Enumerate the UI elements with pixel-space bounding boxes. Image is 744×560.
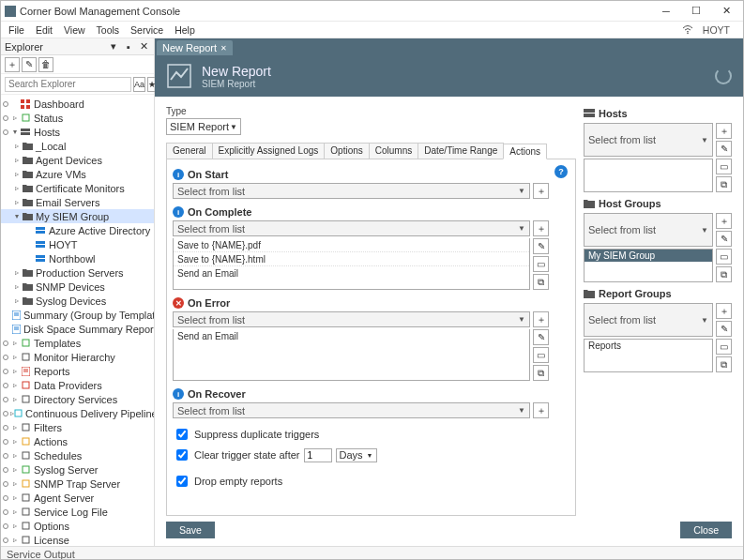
tree-toggle-icon[interactable]: ▹: [10, 381, 20, 389]
clear-value-input[interactable]: [304, 448, 332, 462]
content-tab-close-icon[interactable]: ✕: [220, 44, 227, 53]
tree-toggle-icon[interactable]: ▹: [12, 142, 22, 150]
tree-toggle-icon[interactable]: ▹: [12, 156, 22, 164]
host-groups-add-button[interactable]: ＋: [716, 213, 732, 229]
on-complete-copy-button[interactable]: ⧉: [533, 274, 549, 290]
menu-service[interactable]: Service: [125, 23, 169, 38]
tree-toggle-icon[interactable]: ▹: [10, 493, 20, 502]
menu-file[interactable]: File: [3, 23, 30, 38]
on-recover-select[interactable]: Select from list▼: [173, 402, 530, 418]
add-button[interactable]: ＋: [5, 57, 20, 72]
hosts-add-button[interactable]: ＋: [716, 123, 732, 139]
hosts-edit-button[interactable]: ✎: [716, 141, 732, 157]
on-error-add-button[interactable]: ＋: [533, 311, 549, 327]
search-input[interactable]: [5, 77, 131, 92]
tree-item[interactable]: ▹Status: [1, 111, 154, 125]
on-error-copy-button[interactable]: ⧉: [533, 365, 549, 381]
tree-toggle-icon[interactable]: ▹: [12, 282, 22, 291]
tree-item[interactable]: Northbowl: [1, 251, 154, 265]
drop-checkbox[interactable]: [176, 476, 188, 487]
tree-toggle-icon[interactable]: ▹: [10, 451, 20, 460]
on-complete-add-button[interactable]: ＋: [533, 220, 549, 236]
hosts-select[interactable]: Select from list▼: [584, 123, 713, 157]
hosts-copy-button[interactable]: ⧉: [716, 176, 732, 192]
tree-item[interactable]: ▹Email Servers: [1, 195, 154, 209]
tree-toggle-icon[interactable]: ▹: [12, 170, 22, 178]
on-start-add-button[interactable]: ＋: [533, 183, 549, 199]
tree-item[interactable]: ▹Data Providers: [1, 378, 154, 392]
host-groups-edit-button[interactable]: ✎: [716, 231, 732, 247]
tree-item[interactable]: ▹Reports: [1, 364, 154, 378]
tree-toggle-icon[interactable]: ▹: [10, 437, 20, 446]
tree-item[interactable]: ▹Filters: [1, 420, 154, 434]
hosts-remove-button[interactable]: ▭: [716, 159, 732, 174]
minimize-button[interactable]: ─: [653, 3, 679, 20]
tree-toggle-icon[interactable]: ▾: [10, 128, 20, 136]
tree-item[interactable]: Disk Space Summary Report: [1, 322, 154, 336]
on-error-remove-button[interactable]: ▭: [533, 347, 549, 363]
type-dropdown[interactable]: SIEM Report ▼: [166, 118, 241, 135]
suppress-checkbox[interactable]: [176, 429, 188, 440]
on-recover-add-button[interactable]: ＋: [533, 402, 549, 418]
clear-unit-dropdown[interactable]: Days▼: [336, 448, 377, 462]
report-groups-edit-button[interactable]: ✎: [716, 321, 732, 337]
tree-toggle-icon[interactable]: ▾: [12, 212, 22, 220]
on-start-select[interactable]: Select from list▼: [173, 183, 530, 199]
delete-button[interactable]: 🗑: [38, 57, 53, 72]
tree-toggle-icon[interactable]: ▹: [10, 536, 20, 544]
on-complete-select[interactable]: Select from list▼: [173, 220, 530, 236]
save-button[interactable]: Save: [166, 522, 215, 538]
host-groups-item[interactable]: My SIEM Group: [585, 250, 712, 262]
tree-item[interactable]: ▹Syslog Devices: [1, 294, 154, 308]
close-window-button[interactable]: ✕: [713, 3, 739, 20]
report-groups-add-button[interactable]: ＋: [716, 303, 732, 319]
tree-item[interactable]: ▹SNMP Trap Server: [1, 477, 154, 491]
subtab-date-time-range[interactable]: Date/Time Range: [418, 143, 504, 159]
tree-item[interactable]: Summary (Group by Template): [1, 308, 154, 322]
search-case-button[interactable]: Aa: [133, 77, 145, 92]
tree-toggle-icon[interactable]: ▹: [10, 522, 20, 530]
tree-toggle-icon[interactable]: ▹: [12, 296, 22, 305]
subtab-general[interactable]: General: [166, 143, 213, 159]
content-tab-new-report[interactable]: New Report ✕: [157, 40, 233, 55]
on-complete-edit-button[interactable]: ✎: [533, 238, 549, 254]
tree-item[interactable]: Azure Active Directory: [1, 223, 154, 237]
tree-toggle-icon[interactable]: ▹: [10, 395, 20, 403]
edit-button[interactable]: ✎: [22, 57, 37, 72]
sidebar-close-icon[interactable]: ▪: [122, 40, 135, 53]
tree-item[interactable]: ▹Schedules: [1, 448, 154, 462]
tree-item[interactable]: ▹Certificate Monitors: [1, 181, 154, 195]
maximize-button[interactable]: ☐: [683, 3, 709, 20]
tree-item[interactable]: ▹Templates: [1, 336, 154, 350]
report-groups-item[interactable]: Reports: [585, 340, 712, 352]
tree-toggle-icon[interactable]: ▹: [10, 114, 20, 122]
report-groups-select[interactable]: Select from list▼: [584, 303, 713, 337]
subtab-actions[interactable]: Actions: [503, 144, 547, 159]
tree-toggle-icon[interactable]: ▹: [12, 268, 22, 277]
tree-item[interactable]: ▹Production Servers: [1, 265, 154, 280]
list-item[interactable]: Save to {NAME}.pdf: [174, 238, 529, 252]
sidebar-x-icon[interactable]: ✕: [137, 40, 150, 53]
tree-item[interactable]: ▹Agent Devices: [1, 153, 154, 167]
on-error-edit-button[interactable]: ✎: [533, 329, 549, 345]
on-complete-remove-button[interactable]: ▭: [533, 256, 549, 272]
tree-item[interactable]: ▹Continuous Delivery Pipelines: [1, 406, 154, 420]
tree-item[interactable]: ▹License: [1, 533, 154, 546]
tree-item[interactable]: ▹Monitor Hierarchy: [1, 350, 154, 364]
host-groups-select[interactable]: Select from list▼: [584, 213, 713, 247]
subtab-columns[interactable]: Columns: [369, 143, 418, 159]
tree-item[interactable]: ▹Options: [1, 519, 154, 533]
tree-toggle-icon[interactable]: ▹: [10, 367, 20, 375]
tree-item[interactable]: ▹Azure VMs: [1, 167, 154, 181]
tree-item[interactable]: ▹Agent Server: [1, 491, 154, 505]
explorer-tree[interactable]: Dashboard▹Status▾Hosts▹_Local▹Agent Devi…: [1, 95, 154, 546]
tree-toggle-icon[interactable]: ▹: [10, 479, 20, 488]
menu-edit[interactable]: Edit: [30, 23, 58, 38]
help-icon[interactable]: ?: [554, 165, 568, 178]
menu-view[interactable]: View: [58, 23, 91, 38]
tree-item[interactable]: Dashboard: [1, 97, 154, 111]
menu-help[interactable]: Help: [169, 23, 201, 38]
report-groups-copy-button[interactable]: ⧉: [716, 356, 732, 372]
close-button[interactable]: Close: [680, 522, 732, 538]
tree-toggle-icon[interactable]: ▹: [12, 184, 22, 192]
